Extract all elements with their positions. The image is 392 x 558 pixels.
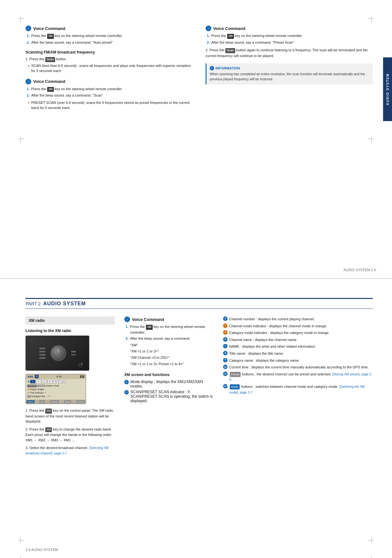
list-footer-btn[interactable]: List [40,400,45,403]
song-row-2: ③ Super Sugar [27,388,84,391]
voice-command-title-3: Voice Command [213,26,245,31]
radio-btn [39,351,46,352]
preset-btn-label: Preset [230,372,241,377]
scanning-title: Scanning FM/AM broadcast frequency [25,50,193,54]
xm-logo-display: XM1 [27,375,33,378]
bottom-middle-col: Voice Command 1. Press the ⌨ key on the … [124,316,214,458]
voice-cmd-1-list: 1. Press the ⌨ key on the steering wheel… [25,33,193,45]
right-item-12: 12 Mode buttons : switches between chann… [223,384,373,395]
xm-time-display: 9:39 [56,375,62,378]
right-features-list: 3 Channel number : displays the current … [223,316,373,395]
voice-command-header-bottom: Voice Command [124,316,214,322]
circle-7: 7 [223,344,228,348]
ind-8: ⑧⑨ [47,395,51,398]
reg-mark [371,537,372,543]
reg-mark [18,139,24,139]
radio-image-inner: ☞ [25,336,89,371]
voice-command-title-bottom: Voice Command [132,317,164,322]
voice-cmd-3-list: 1. Press the ⌨ key on the steering wheel… [206,33,373,45]
radio-btn [71,351,76,352]
reg-mark [20,17,21,22]
right-item-4: 4 Channel mode indicator : displays the … [223,323,373,329]
xm-function-list: 1 Mode display : displays the XM1/XM2/XM… [124,380,214,403]
right-item-6: 6 Channel name : displays the channel na… [223,337,373,343]
reg-mark [368,540,374,540]
right-item-9: 9 Category name : displays the category … [223,358,373,364]
voice-icon-bottom [124,316,130,322]
ch-mode-ind: ③ [27,388,29,391]
ch-6: 6 [36,380,41,383]
radio-buttons [39,348,46,359]
ch-num-ind-2: ⑤ [27,392,29,394]
reg-mark [20,557,21,558]
title-label: TITLE [37,385,45,387]
xm-screen-body: ① 1 6 11 41 45 122 ②SCAN TITLE Sixties G… [26,379,86,400]
ch-41: 41 [47,380,53,383]
circle-10: 10 [223,365,228,369]
ch-11: 11 [42,380,47,383]
part-label: PART 2 [25,301,40,306]
xm-radio-section-title: XM radio [25,316,115,325]
voice-cmd-3-item-2: 2. After the beep sound, say a command. … [207,40,373,45]
voice-command-header-2: Voice Command [25,79,193,84]
scan-button-label: Scan [45,57,55,62]
scan-indicator: ⓪ [35,375,39,378]
bottom-voice-item-1: 1. Press the ⌨ key on the steering wheel… [126,324,214,335]
radio-image: ☞ [25,336,89,371]
voice-command-section-2: Voice Command 1. Press the ⌨ key on the … [25,79,193,111]
preset-link[interactable]: [Storing XM preset], page 2-9. [229,373,372,382]
xm-link-1[interactable]: [Selecting XM broadcast channel], page 2… [25,446,109,455]
xm-function-1: 1 Mode display : displays the XM1/XM2/XM… [124,380,214,388]
radio-btn [71,354,76,356]
song-name-1: Sixties Gold [46,384,59,387]
page-number-top: AUDIO SYSTEM 2-5 [344,268,376,272]
scan-again-text: 2. Press the Scan button again to contin… [206,47,373,58]
voice-command-header-1: Voice Command [25,25,193,31]
circle-3: 3 [223,316,228,321]
part-title: AUDIO SYSTEM [43,301,86,307]
reg-mark [20,537,21,543]
scan-btn-2: Scan [225,48,236,53]
xm-para-3: 3. Select the desired broadcast channel.… [25,445,115,456]
voice-icon-3 [206,25,211,31]
ch-1: 1 [30,380,35,383]
side-tab-label: AUDIO SYSTEM [386,73,389,105]
ind-7: ⑦ [44,392,46,394]
voice-command-section-1: Voice Command 1. Press the ⌨ key on the … [25,25,193,45]
scan-bullet-list: SCAN (less than 0.8 second) : scans all … [25,63,193,74]
preset-scan-bullet: PRESET SCAN (over 0.8 second): scans the… [28,100,193,111]
key-btn: ⌨ [47,34,54,39]
song-row-3: ⑤ The Anthem ⑦ [27,391,84,394]
key-btn-2: ⌨ [47,87,54,92]
xm-key-btn: XM [45,409,52,414]
cat-label: ⑤ [27,395,31,398]
sound-footer-btn[interactable]: Sound [76,400,85,403]
right-item-11: 11 Preset buttons : the desired channel … [223,372,373,383]
voice-cmd-1-item-1: 1. Press the ⌨ key on the steering wheel… [27,33,193,39]
voice-command-section-3: Voice Command 1. Press the ⌨ key on the … [206,25,373,58]
scan-footer-btn[interactable]: Scan [64,400,71,403]
part-header: PART 2 AUDIO SYSTEM [25,298,373,309]
mode-btn-label: Mode [230,384,240,389]
circle-5: 5 [223,330,228,335]
page: AUDIO SYSTEM Voice Command 1. Press the … [0,0,392,558]
voice-cmd-1-item-2: 2. After the beep sound, say a command. … [27,40,193,45]
circle-4: 4 [223,323,228,328]
song-row-4: ⑤ Gangsta Ra... ⑧⑨ [27,395,84,398]
channel-numbers-row: ① 1 6 11 41 45 122 [27,380,84,383]
voice-cmd-2-item-1: 1. Press the ⌨ key on the steering wheel… [27,86,193,92]
ch-122: 122 [59,380,65,383]
song-name-4: Gangsta Ra... [31,395,47,398]
mode-link[interactable]: [Switching the XM mode], page 2-7. [229,385,365,394]
info-icon: i [210,66,214,70]
ch-45: 45 [53,380,58,383]
mode-footer-btn[interactable]: Mode [27,400,34,403]
search-footer-btn[interactable]: Search [50,400,59,403]
voice-cmd-2-item-2: 2. After the beep sound, say a command. … [27,93,193,98]
voice-command-section-bottom: Voice Command 1. Press the ⌨ key on the … [124,316,214,367]
xm-function-2: 2 SCAN/PRESET SCAN indicator : if SCAN/P… [124,390,214,403]
voice-command-title-2: Voice Command [33,79,65,84]
voice-command-title-1: Voice Command [33,26,65,31]
top-page: AUDIO SYSTEM Voice Command 1. Press the … [0,0,392,279]
radio-knob [50,345,66,361]
